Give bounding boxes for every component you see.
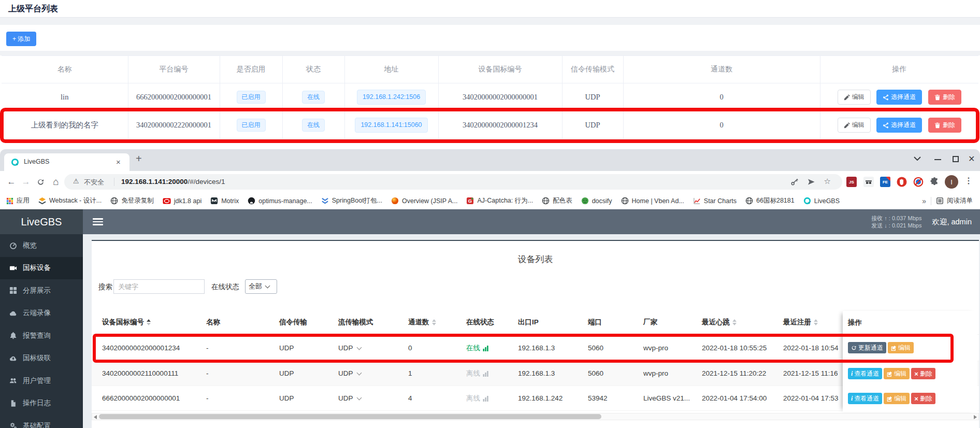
edit-button[interactable]: 编辑 [838, 118, 871, 133]
extensions-puzzle-icon[interactable] [930, 177, 940, 187]
browser-tab[interactable]: LiveGBS × [4, 153, 129, 171]
view-channels-button[interactable]: i查看通道 [848, 393, 882, 404]
extension-fe-icon[interactable]: FE [880, 177, 890, 187]
sidebar-toggle-icon[interactable] [93, 218, 103, 225]
address-bar[interactable]: ⚠ 不安全 192.168.1.141:20000/#/devices/1 ☆ [64, 174, 842, 190]
select-channel-button[interactable]: 选择通道 [876, 118, 922, 133]
cell-online-status[interactable]: 在线 [466, 335, 489, 361]
tab-search-chevron-icon[interactable] [914, 156, 921, 161]
select-channel-button[interactable]: 选择通道 [876, 90, 922, 105]
cell-stream-dropdown[interactable]: UDP [338, 361, 361, 386]
bookmark-copy[interactable]: 免登录复制 [110, 196, 154, 205]
forward-icon[interactable]: → [20, 176, 32, 188]
sidebar-item-cloud-recording[interactable]: 云端录像 [0, 302, 83, 325]
sort-icon[interactable] [432, 319, 436, 325]
horizontal-scrollbar[interactable] [92, 413, 979, 420]
edit-button[interactable]: 编辑 [838, 90, 871, 105]
bookmarks-overflow-chevrons[interactable]: » [922, 197, 926, 205]
bookmark-star-charts[interactable]: Star Charts [693, 197, 737, 205]
livegbs-app: LiveGBS 接收 ↑ : 0.037 Mbps 发送 ↓ : 0.021 M… [0, 209, 980, 428]
welcome-user[interactable]: 欢迎, admin [932, 217, 972, 227]
col-channels[interactable]: 通道数 [408, 310, 436, 335]
reading-list-button[interactable]: 阅读清单 [936, 196, 973, 205]
sidebar-item-gb-devices[interactable]: 国标设备 [0, 257, 83, 280]
sort-icon[interactable] [732, 319, 737, 325]
bookmark-overview-jsip[interactable]: Overview (JSIP A... [391, 197, 457, 205]
bookmark-jdk-api[interactable]: jdk1.8 api [163, 197, 202, 205]
scroll-right-arrow[interactable] [974, 415, 977, 419]
delete-button[interactable]: 删除 [928, 118, 961, 133]
sidebar-item-overview[interactable]: 概览 [0, 234, 83, 257]
x-icon: × [914, 370, 918, 377]
extension-stop-hand-icon[interactable] [897, 177, 907, 187]
cell-online-status[interactable]: 离线 [466, 386, 489, 411]
bookmark-gb28181[interactable]: 66国标28181 [745, 196, 795, 205]
col-enabled: 是否启用 [220, 56, 282, 83]
bookmark-optimus[interactable]: optimus-manage... [248, 197, 312, 205]
search-input[interactable] [113, 279, 205, 294]
delete-button[interactable]: ×删除 [911, 393, 935, 404]
window-maximize-button[interactable] [953, 156, 959, 162]
not-secure-warning-icon[interactable]: ⚠ [73, 177, 79, 185]
share-icon [883, 94, 889, 101]
tab-close-icon[interactable]: × [116, 158, 121, 166]
back-icon[interactable]: ← [5, 176, 18, 188]
reload-icon[interactable] [34, 176, 47, 188]
online-status-select[interactable]: 全部 [245, 279, 277, 294]
view-channels-button[interactable]: i查看通道 [848, 368, 882, 379]
delete-button[interactable]: 删除 [928, 90, 961, 105]
browser-menu-icon[interactable]: ⋮ [964, 176, 973, 186]
bookmark-apps[interactable]: 应用 [6, 196, 30, 205]
sidebar-item-split-screen[interactable]: 分屏展示 [0, 279, 83, 302]
delete-button[interactable]: ×删除 [911, 368, 935, 379]
address-badge: 192.168.1.242:1506 [357, 90, 426, 105]
url-host: 192.168.1.141:20000 [121, 178, 188, 186]
update-channels-button[interactable]: 更新通道 [848, 342, 886, 353]
scroll-left-arrow[interactable] [94, 415, 97, 419]
bookmark-springboot[interactable]: SpringBoot打包... [321, 196, 382, 205]
home-icon[interactable]: ⌂ [50, 176, 62, 188]
scrollbar-thumb[interactable] [99, 414, 601, 419]
sidebar-item-user-management[interactable]: 用户管理 [0, 369, 83, 392]
extension-js-icon[interactable]: JS [846, 177, 857, 187]
col-transport: 信令传输模式 [562, 56, 623, 83]
sidebar-item-operation-log[interactable]: 操作日志 [0, 392, 83, 415]
send-icon[interactable] [807, 178, 815, 186]
sort-icon[interactable] [814, 319, 818, 325]
window-close-button[interactable]: ✕ [968, 155, 975, 163]
col-heartbeat[interactable]: 最近心跳 [702, 310, 737, 335]
extension-disabled-icon[interactable] [913, 177, 924, 187]
new-tab-button[interactable]: + [136, 153, 142, 165]
bookmark-palette[interactable]: 配色表 [542, 196, 572, 205]
bookmark-docsify[interactable]: docsify [581, 197, 612, 205]
browser-window: LiveGBS × + ✕ ← → ⌂ ⚠ 不安全 192.168.1.141:… [0, 149, 980, 428]
bookmark-aj-captcha[interactable]: GAJ-Captcha: 行为... [466, 196, 533, 205]
cell-vendor: wvp-pro [643, 361, 668, 386]
edit-button[interactable]: 编辑 [888, 342, 914, 353]
app-logo[interactable]: LiveGBS [0, 209, 83, 234]
cell-stream-dropdown[interactable]: UDP [338, 386, 361, 411]
operations-row: 更新通道 编辑 [848, 342, 914, 353]
bookmark-livegbs[interactable]: LiveGBS [803, 197, 840, 205]
bookmark-webstack[interactable]: Webstack - 设计... [38, 196, 102, 205]
pencil-icon [844, 94, 850, 101]
extension-spy-icon[interactable] [863, 177, 874, 187]
edit-button[interactable]: 编辑 [884, 368, 910, 379]
bookmark-star-icon[interactable]: ☆ [824, 177, 831, 186]
sidebar-item-gb-cascade[interactable]: 国标级联 [0, 347, 83, 370]
cell-online-status[interactable]: 离线 [466, 361, 489, 386]
col-registered[interactable]: 最近注册 [783, 310, 818, 335]
sidebar-item-alarm-query[interactable]: 报警查询 [0, 324, 83, 347]
sort-icon[interactable] [147, 319, 151, 325]
edit-button[interactable]: 编辑 [884, 393, 910, 404]
browser-profile-avatar[interactable]: I [945, 175, 958, 189]
cell-stream-dropdown[interactable]: UDP [338, 335, 361, 361]
bookmark-motrix[interactable]: Motrix [210, 197, 239, 205]
sidebar-item-basic-config[interactable]: 基础配置 [0, 415, 83, 428]
password-key-icon[interactable] [790, 178, 799, 186]
window-minimize-button[interactable] [934, 159, 941, 160]
add-button[interactable]: + 添加 [6, 32, 36, 46]
col-device-id[interactable]: 设备国标编号 [102, 310, 151, 335]
bookmark-vben[interactable]: Home | Vben Ad... [621, 197, 684, 205]
globe-icon [542, 197, 550, 205]
